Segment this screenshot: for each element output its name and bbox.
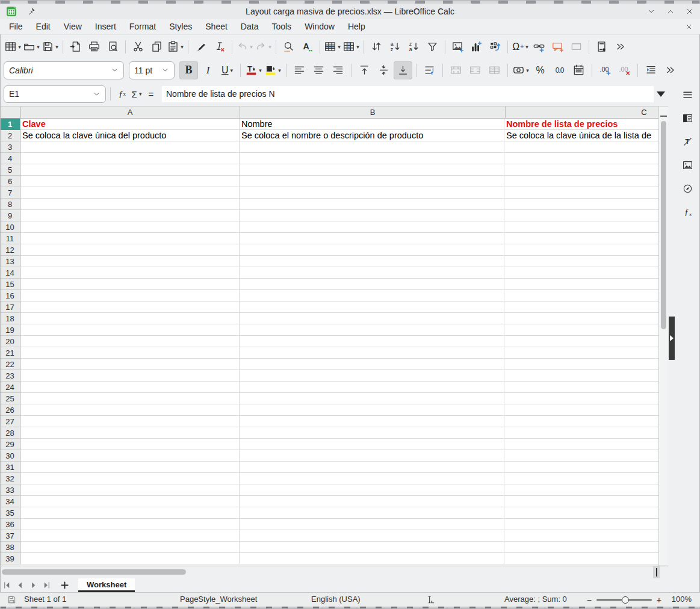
cell-a33[interactable] xyxy=(20,484,240,496)
cell-a19[interactable] xyxy=(20,324,240,336)
row-header-18[interactable]: 18 xyxy=(0,313,20,324)
spelling-button[interactable] xyxy=(298,38,317,56)
cell-c39[interactable] xyxy=(504,553,658,564)
cell-c25[interactable] xyxy=(504,393,658,404)
dropdown-arrow-icon[interactable]: ▾ xyxy=(525,44,528,50)
cell-b27[interactable] xyxy=(240,416,504,427)
first-sheet-button[interactable] xyxy=(0,578,13,592)
cell-c30[interactable] xyxy=(504,450,658,462)
cell-b6[interactable] xyxy=(240,176,504,187)
cell-a25[interactable] xyxy=(20,393,240,404)
wrap-text-button[interactable] xyxy=(420,61,439,79)
last-sheet-button[interactable] xyxy=(40,578,53,592)
cell-b5[interactable] xyxy=(240,164,504,176)
column-header-b[interactable]: B xyxy=(240,107,506,119)
center-vertically-button[interactable] xyxy=(374,61,393,79)
row-header-5[interactable]: 5 xyxy=(0,164,20,176)
cell-a4[interactable] xyxy=(20,153,240,164)
align-bottom-button[interactable] xyxy=(394,61,412,79)
cell-b20[interactable] xyxy=(240,336,504,347)
horizontal-scrollbar[interactable] xyxy=(0,566,653,578)
row-header-16[interactable]: 16 xyxy=(0,290,20,301)
cell-c14[interactable] xyxy=(504,267,658,279)
row-header-39[interactable]: 39 xyxy=(0,553,20,564)
cut-button[interactable] xyxy=(129,38,147,56)
next-sheet-button[interactable] xyxy=(26,578,40,592)
insert-chart-button[interactable] xyxy=(467,38,486,56)
cell-b22[interactable] xyxy=(240,359,504,370)
cell-c18[interactable] xyxy=(504,313,658,324)
menu-item-sheet[interactable]: Sheet xyxy=(199,20,234,33)
row-header-12[interactable]: 12 xyxy=(0,244,20,256)
previous-sheet-button[interactable] xyxy=(13,578,26,592)
dropdown-arrow-icon[interactable]: ▾ xyxy=(259,67,262,73)
delete-decimal-place-button[interactable] xyxy=(615,61,634,79)
cell-c17[interactable] xyxy=(504,301,658,313)
cell-a26[interactable] xyxy=(20,404,240,416)
paste-button[interactable]: ▾ xyxy=(166,38,185,56)
sort-ascending-button[interactable] xyxy=(386,38,404,56)
row-header-10[interactable]: 10 xyxy=(0,221,20,233)
font-name-combobox[interactable]: Calibri xyxy=(4,61,124,79)
vertical-scrollbar[interactable] xyxy=(658,107,668,566)
row-header-8[interactable]: 8 xyxy=(0,199,20,210)
cell-a17[interactable] xyxy=(20,301,240,313)
cell-c22[interactable] xyxy=(504,359,658,370)
row-header-3[interactable]: 3 xyxy=(0,141,20,153)
save-button[interactable]: ▾ xyxy=(41,38,60,56)
menu-item-styles[interactable]: Styles xyxy=(163,20,199,33)
maximize-button[interactable] xyxy=(665,6,676,17)
row-header-15[interactable]: 15 xyxy=(0,279,20,290)
cell-c27[interactable] xyxy=(504,416,658,427)
cell-b33[interactable] xyxy=(240,484,504,496)
dropdown-arrow-icon[interactable]: ▾ xyxy=(268,44,271,50)
row-header-30[interactable]: 30 xyxy=(0,450,20,462)
italic-button[interactable]: I xyxy=(199,61,217,79)
align-left-button[interactable] xyxy=(290,61,309,79)
format-as-number-button[interactable]: 0.0 xyxy=(550,61,569,79)
cell-c37[interactable] xyxy=(504,530,658,542)
toolbar-overflow-button[interactable] xyxy=(611,38,630,56)
close-document-button[interactable] xyxy=(683,21,694,32)
cell-b16[interactable] xyxy=(240,290,504,301)
row-header-17[interactable]: 17 xyxy=(0,301,20,313)
find-and-replace-button[interactable] xyxy=(279,38,298,56)
cell-c9[interactable] xyxy=(504,210,658,221)
dropdown-arrow-icon[interactable]: ▾ xyxy=(278,67,281,73)
clear-formatting-button[interactable] xyxy=(210,38,229,56)
sidebar-navigator-button[interactable] xyxy=(680,181,696,196)
menu-item-insert[interactable]: Insert xyxy=(88,20,123,33)
dropdown-arrow-icon[interactable]: ▾ xyxy=(18,44,21,50)
select-sum-button[interactable]: Σ▾ xyxy=(129,86,144,102)
cell-c5[interactable] xyxy=(504,164,658,176)
cell-b3[interactable] xyxy=(240,141,504,153)
copy-button[interactable] xyxy=(147,38,166,56)
row-header-36[interactable]: 36 xyxy=(0,519,20,530)
zoom-level-label[interactable]: 100% xyxy=(672,595,692,604)
dropdown-arrow-icon[interactable]: ▾ xyxy=(356,44,359,50)
zoom-slider-knob[interactable] xyxy=(622,596,629,604)
row-header-2[interactable]: 2 xyxy=(0,130,20,141)
cell-a30[interactable] xyxy=(20,450,240,462)
cell-c13[interactable] xyxy=(504,256,658,267)
align-right-button[interactable] xyxy=(329,61,347,79)
cell-b28[interactable] xyxy=(240,427,504,439)
formula-input[interactable]: Nombre de lista de precios N xyxy=(162,86,654,102)
spreadsheet-grid[interactable]: ABC1ClaveNombreNombre de lista de precio… xyxy=(0,107,658,566)
horizontal-scrollbar-thumb[interactable] xyxy=(2,569,186,575)
sidebar-gallery-button[interactable] xyxy=(680,157,696,173)
cell-c15[interactable] xyxy=(504,279,658,290)
select-all-corner[interactable] xyxy=(0,107,20,119)
cell-a2[interactable]: Se coloca la clave única del producto xyxy=(20,130,240,141)
cell-c38[interactable] xyxy=(504,542,658,553)
column-header-c[interactable]: C xyxy=(506,107,658,119)
sidebar-toggle-handle[interactable] xyxy=(669,317,675,360)
underline-button[interactable]: U▾ xyxy=(218,61,237,79)
dropdown-arrow-icon[interactable]: ▾ xyxy=(526,67,529,73)
cell-c12[interactable] xyxy=(504,244,658,256)
menu-item-edit[interactable]: Edit xyxy=(29,20,57,33)
cell-a18[interactable] xyxy=(20,313,240,324)
column-button[interactable]: ▾ xyxy=(342,38,361,56)
cell-b18[interactable] xyxy=(240,313,504,324)
cell-a1[interactable]: Clave xyxy=(20,119,240,130)
